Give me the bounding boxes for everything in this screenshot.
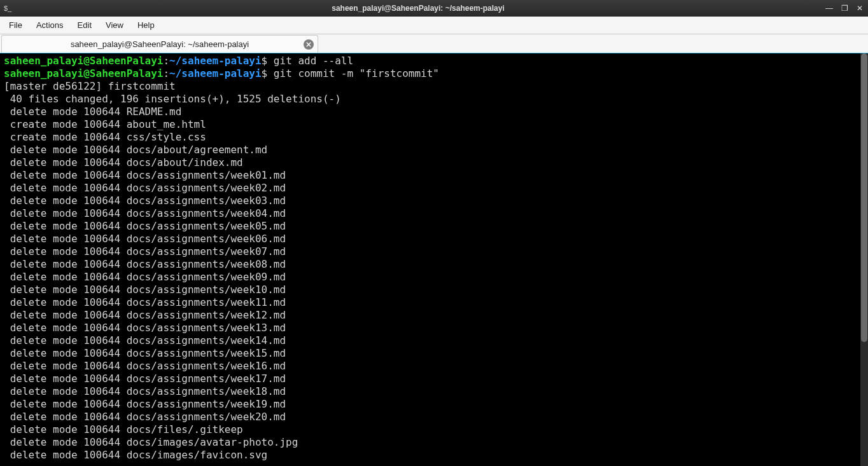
maximize-button[interactable]: ❐	[840, 4, 849, 12]
terminal-line: delete mode 100644 docs/assignments/week…	[4, 309, 864, 322]
terminal-line: 40 files changed, 196 insertions(+), 152…	[4, 93, 864, 106]
terminal-line: saheen_palayi@SaheenPalayi:~/saheem-pala…	[4, 67, 864, 80]
menu-file[interactable]: File	[3, 18, 29, 32]
terminal-line: delete mode 100644 docs/assignments/week…	[4, 258, 864, 271]
terminal-line: saheen_palayi@SaheenPalayi:~/saheem-pala…	[4, 55, 864, 67]
terminal-output[interactable]: saheen_palayi@SaheenPalayi:~/saheem-pala…	[0, 53, 868, 466]
terminal-line: delete mode 100644 docs/assignments/week…	[4, 169, 864, 182]
minimize-button[interactable]: —	[825, 4, 834, 12]
terminal-line: delete mode 100644 docs/assignments/week…	[4, 373, 864, 385]
window-controls: — ❐ ✕	[821, 4, 868, 12]
menu-edit[interactable]: Edit	[71, 18, 98, 32]
terminal-line: delete mode 100644 docs/assignments/week…	[4, 411, 864, 423]
terminal-line: delete mode 100644 docs/assignments/week…	[4, 322, 864, 334]
terminal-line: delete mode 100644 docs/assignments/week…	[4, 296, 864, 309]
window-title: saheen_palayi@SaheenPalayi: ~/saheem-pal…	[15, 4, 821, 13]
terminal-line: delete mode 100644 docs/assignments/week…	[4, 360, 864, 373]
terminal-line: delete mode 100644 docs/assignments/week…	[4, 195, 864, 207]
terminal-line: delete mode 100644 docs/images/favicon.s…	[4, 449, 864, 462]
terminal-line: delete mode 100644 docs/assignments/week…	[4, 398, 864, 411]
tab-label: saheen_palayi@SaheenPalayi: ~/saheem-pal…	[71, 39, 249, 49]
terminal-line: delete mode 100644 docs/assignments/week…	[4, 182, 864, 195]
window-titlebar: $_ saheen_palayi@SaheenPalayi: ~/saheem-…	[0, 0, 868, 17]
terminal-line: delete mode 100644 docs/assignments/week…	[4, 207, 864, 220]
terminal-line: delete mode 100644 README.md	[4, 106, 864, 118]
scrollbar-thumb[interactable]	[861, 53, 867, 342]
terminal-line: delete mode 100644 docs/assignments/week…	[4, 233, 864, 245]
menu-view[interactable]: View	[99, 18, 130, 32]
close-icon	[306, 42, 311, 47]
vertical-scrollbar[interactable]	[860, 53, 868, 466]
tab-active[interactable]: saheen_palayi@SaheenPalayi: ~/saheem-pal…	[1, 35, 318, 53]
terminal-line: delete mode 100644 docs/assignments/week…	[4, 347, 864, 360]
terminal-line: delete mode 100644 docs/about/agreement.…	[4, 144, 864, 156]
terminal-line: delete mode 100644 docs/assignments/week…	[4, 334, 864, 347]
terminal-line: [master de56122] firstcommit	[4, 80, 864, 93]
terminal-line: delete mode 100644 docs/assignments/week…	[4, 220, 864, 233]
terminal-line: delete mode 100644 docs/assignments/week…	[4, 271, 864, 284]
terminal-line: delete mode 100644 docs/assignments/week…	[4, 385, 864, 398]
terminal-line: delete mode 100644 docs/assignments/week…	[4, 284, 864, 296]
menubar: File Actions Edit View Help	[0, 17, 868, 34]
close-button[interactable]: ✕	[855, 4, 864, 12]
menu-help[interactable]: Help	[131, 18, 161, 32]
menu-actions[interactable]: Actions	[30, 18, 70, 32]
tab-bar: saheen_palayi@SaheenPalayi: ~/saheem-pal…	[0, 34, 868, 53]
terminal-line: delete mode 100644 docs/assignments/week…	[4, 245, 864, 258]
terminal-line: create mode 100644 css/style.css	[4, 131, 864, 144]
terminal-line: delete mode 100644 docs/files/.gitkeep	[4, 423, 864, 436]
tab-close-button[interactable]	[304, 39, 314, 50]
terminal-line: create mode 100644 about_me.html	[4, 118, 864, 131]
terminal-line: delete mode 100644 docs/images/avatar-ph…	[4, 436, 864, 449]
terminal-app-icon: $_	[0, 4, 15, 12]
terminal-line: delete mode 100644 docs/about/index.md	[4, 156, 864, 169]
